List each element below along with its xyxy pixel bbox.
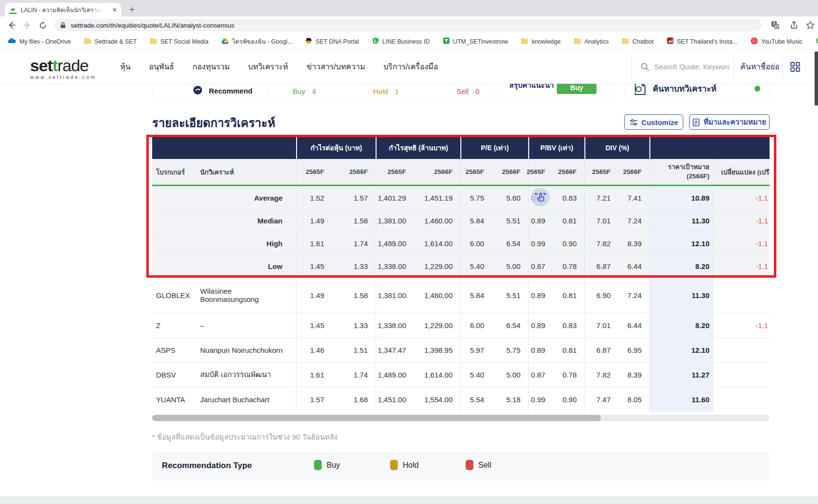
sliders-icon: [629, 119, 638, 126]
cell-value: 8.39: [618, 362, 649, 387]
dna-icon: [305, 37, 312, 46]
url-bar[interactable]: settrade.com/th/equities/quote/LALIN/ana…: [54, 19, 762, 32]
cell-analyst: Wilasinee Boonmasungsong: [199, 278, 296, 313]
bookmark-item[interactable]: YouTube Music: [751, 37, 802, 46]
bookmark-item[interactable]: SET Social Media: [150, 38, 208, 46]
col-year1: 2565F: [584, 159, 618, 185]
customize-button[interactable]: Customize: [624, 114, 683, 130]
bookmark-item[interactable]: LINE Business ID: [372, 37, 430, 46]
bookmark-item[interactable]: Settrade & SET: [84, 38, 137, 46]
cell-stat-label: High: [199, 232, 296, 254]
nav-item-0[interactable]: หุ้น: [120, 61, 130, 73]
bookmark-item[interactable]: My files - OneDrive: [8, 38, 71, 45]
bookmark-label: knowledge: [532, 38, 561, 45]
bookmark-label: YouTube Music: [761, 38, 802, 45]
bookmark-item[interactable]: Analytics: [574, 38, 609, 46]
tab-close-icon[interactable]: ✕: [112, 7, 117, 13]
col-year2: 2566F: [492, 159, 528, 185]
tab-title: LALIN - ความคิดเห็นนักวิเคราะห์ - SE: [21, 5, 103, 15]
cell-broker: YUANTA: [152, 387, 199, 412]
cell-value: 0.81: [553, 209, 584, 232]
horizontal-scrollbar[interactable]: [152, 415, 770, 421]
cell-value: 5.75: [460, 187, 492, 209]
col-year1: 2565F: [296, 159, 332, 185]
cell-value: 6.54: [492, 232, 528, 254]
bookmark-item[interactable]: UTM_SETinvestnow: [443, 37, 508, 46]
apps-grid-icon[interactable]: [790, 62, 801, 74]
broker-row: GLOBLEXWilasinee Boonmasungsong1.491.581…: [152, 277, 770, 313]
legend-swatch: [314, 460, 322, 470]
nav-item-2[interactable]: กองทุนรวม: [192, 61, 230, 73]
cell-value: 0.83: [553, 187, 584, 209]
cell-value: 0.87: [528, 255, 553, 277]
cell-value: 8.39: [618, 232, 649, 254]
browser-tab[interactable]: stt LALIN - ความคิดเห็นนักวิเคราะห์ - SE…: [5, 3, 121, 16]
cell-analyst: –: [199, 313, 296, 337]
group-header: กำไรสุทธิ (ล้านบาท): [376, 137, 460, 159]
cell-value: 0.78: [553, 362, 584, 387]
cell-value: 1,229.00: [414, 255, 460, 277]
cell-change: [713, 278, 770, 313]
summary-row: Low1.451.331,338.001,229.005.405.000.870…: [152, 254, 770, 277]
source-info-button[interactable]: ที่มาและความหมาย: [689, 114, 770, 130]
settrade-logo[interactable]: settrade www.settrade.com: [30, 56, 96, 80]
bookmark-item[interactable]: knowledge: [521, 38, 561, 46]
cell-change: -1.1: [713, 232, 770, 254]
broker-row: YUANTAJaruchart Buchachart1.571.681,451.…: [152, 387, 770, 412]
cell-value: 1,381.00: [376, 209, 414, 232]
bookmark-item[interactable]: SET DNA Portal: [305, 37, 359, 46]
legend-item-hold: Hold: [390, 460, 419, 470]
new-tab-button[interactable]: +: [126, 4, 138, 16]
nav-item-5[interactable]: บริการ/เครื่องมือ: [383, 61, 438, 73]
report-search-icon: [631, 84, 649, 99]
cell-value: 7.24: [618, 278, 649, 313]
bookmark-star-icon[interactable]: [804, 19, 816, 31]
cell-value: 6.44: [618, 313, 649, 337]
cell-value: 1.61: [296, 362, 332, 387]
lock-icon: [60, 22, 66, 29]
cell-value: 1.49: [296, 209, 332, 232]
broker-row: Z–1.451.331,338.001,229.006.006.540.890.…: [152, 313, 770, 337]
bookmark-label: SET DNA Portal: [315, 38, 359, 45]
cell-value: 1.58: [332, 278, 376, 313]
cell-broker: [152, 255, 199, 277]
cell-broker: [152, 232, 199, 254]
insta-icon: [667, 37, 674, 46]
nav-item-3[interactable]: บทวิเคราะห์: [248, 61, 288, 73]
col-year1: 2565F: [376, 159, 414, 185]
summary-buy-button[interactable]: Buy: [557, 84, 597, 94]
translate-icon[interactable]: [770, 19, 781, 31]
bookmark-item[interactable]: SET Thailand's Insta...: [667, 37, 738, 46]
cell-value: 7.01: [584, 313, 618, 337]
search-input[interactable]: [654, 63, 729, 71]
cell-value: 1.57: [296, 387, 332, 412]
page-scrollbar[interactable]: [815, 51, 818, 106]
recommend-type-label: Hold: [373, 87, 388, 95]
report-card[interactable]: ค้นหาบทวิเคราะห์: [624, 84, 770, 99]
quote-search[interactable]: [641, 49, 729, 84]
back-icon[interactable]: [6, 19, 17, 31]
symbol-search-link[interactable]: ค้นหาชื่อย่อ: [740, 49, 780, 84]
cell-change: -1.1: [713, 255, 770, 277]
settrade-favicon-icon: stt: [9, 6, 17, 14]
url-text: settrade.com/th/equities/quote/LALIN/ana…: [71, 22, 235, 29]
cell-change: [713, 362, 770, 387]
bookmark-item[interactable]: Creator's Playgroun...: [816, 37, 818, 46]
refresh-icon[interactable]: [37, 19, 48, 31]
cell-value: 5.51: [492, 278, 528, 313]
cell-value: 1,614.00: [414, 232, 460, 254]
cell-value: 1,347.47: [376, 338, 414, 362]
ytmusic-icon: [751, 37, 758, 46]
cell-value: 6.95: [618, 338, 649, 362]
site-header: settrade www.settrade.com หุ้นอนุพันธ์กอ…: [0, 49, 818, 84]
nav-item-1[interactable]: อนุพันธ์: [149, 61, 174, 73]
share-icon[interactable]: [788, 19, 800, 31]
scrollbar-thumb[interactable]: [152, 415, 601, 421]
cell-value: 1,398.95: [414, 338, 460, 362]
cell-target-price: 11.30: [649, 278, 713, 313]
col-year2: 2566F: [414, 159, 460, 185]
forward-icon[interactable]: [21, 19, 33, 31]
bookmark-item[interactable]: Chatbot: [622, 38, 654, 46]
nav-item-4[interactable]: ข่าวสาร/บทความ: [307, 61, 365, 73]
bookmark-item[interactable]: ไดรฟ์ของฉัน - Googl...: [221, 37, 292, 47]
